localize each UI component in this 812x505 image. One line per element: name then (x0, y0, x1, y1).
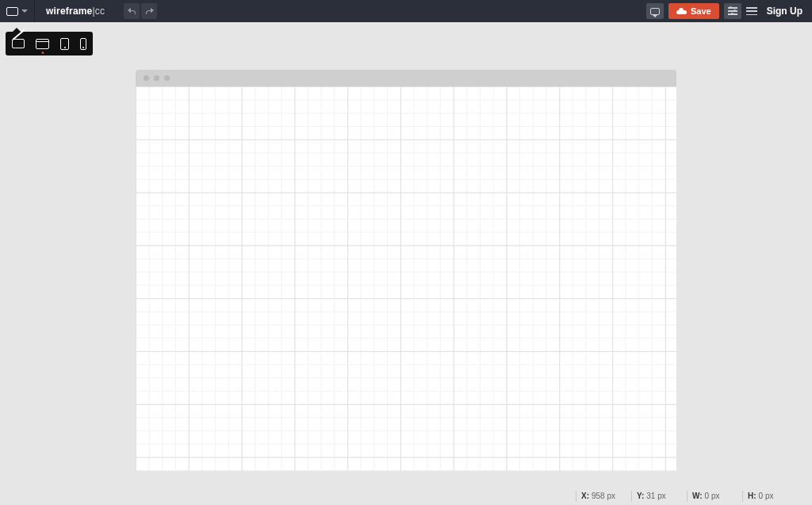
status-y-label: Y: (637, 492, 644, 500)
cloud-upload-icon (676, 8, 687, 14)
status-h-value: 0 px (759, 492, 774, 500)
status-w-label: W: (692, 492, 703, 500)
status-y: Y: 31 px (631, 491, 687, 502)
status-x: X: 958 px (576, 491, 631, 502)
comments-button[interactable] (646, 3, 664, 19)
device-toolbar (6, 28, 93, 55)
mock-browser-chrome (136, 70, 676, 86)
undo-icon (128, 9, 136, 14)
status-w-value: 0 px (705, 492, 720, 500)
save-button[interactable]: Save (668, 3, 719, 19)
status-x-label: X: (581, 492, 589, 500)
browser-icon (6, 7, 18, 16)
chevron-down-icon (21, 10, 28, 13)
tablet-icon (60, 38, 69, 50)
brand-suffix: cc (95, 6, 105, 17)
signup-link[interactable]: Sign Up (762, 6, 802, 17)
device-phone[interactable] (80, 38, 86, 50)
topbar-right-group: Save Sign Up (646, 0, 812, 22)
brand-name: wireframe (46, 6, 93, 17)
save-label: Save (691, 6, 711, 16)
active-indicator (41, 52, 44, 54)
settings-button[interactable] (724, 3, 741, 19)
redo-icon (146, 9, 153, 14)
sliders-icon (728, 7, 737, 15)
device-tablet[interactable] (60, 38, 69, 50)
brand-logo[interactable]: wireframe|cc (35, 6, 116, 17)
phone-icon (80, 38, 86, 50)
topbar-left-group: wireframe|cc (0, 0, 157, 22)
main-menu-button[interactable] (746, 7, 757, 15)
mute-toggle[interactable] (12, 39, 25, 48)
device-dropdown[interactable] (0, 0, 35, 22)
chrome-dot (144, 75, 149, 81)
browser-frame-icon (36, 39, 49, 49)
status-bar: X: 958 px Y: 31 px W: 0 px H: 0 px (0, 487, 812, 505)
redo-button[interactable] (141, 3, 157, 19)
status-h-label: H: (748, 492, 756, 500)
undo-button[interactable] (124, 3, 140, 19)
mute-icon (12, 39, 25, 48)
status-y-value: 31 px (646, 492, 665, 500)
wireframe-canvas[interactable] (136, 86, 676, 471)
status-w: W: 0 px (687, 491, 742, 502)
canvas-area (136, 70, 676, 471)
chrome-dot (164, 75, 170, 81)
status-x-value: 958 px (592, 492, 615, 500)
top-navbar: wireframe|cc Save Sign Up (0, 0, 812, 22)
chat-icon (650, 8, 660, 15)
chrome-dot (154, 75, 159, 81)
status-h: H: 0 px (742, 491, 798, 502)
history-group (116, 3, 157, 19)
device-browser[interactable] (36, 39, 49, 49)
